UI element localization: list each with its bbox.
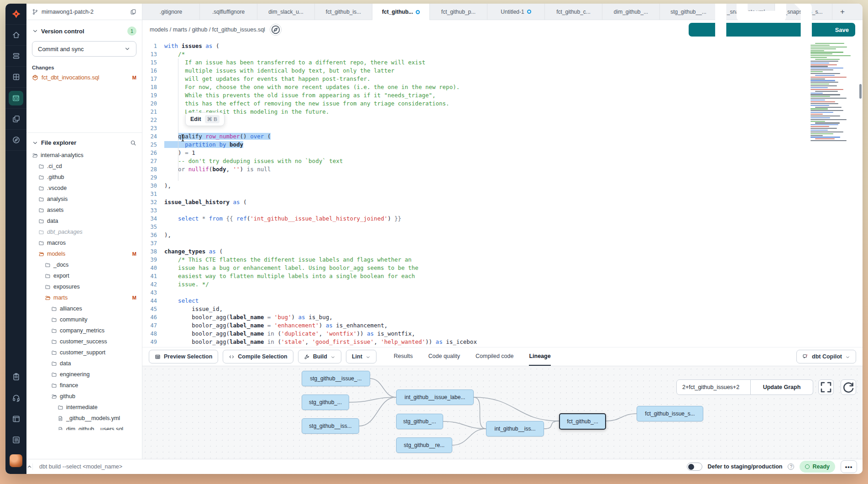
dbt-logo-icon[interactable]: [5, 4, 26, 25]
code-line-42[interactable]: 42 issue. */: [142, 280, 863, 289]
save-button[interactable]: Save: [689, 23, 855, 37]
tree-item-intermediate[interactable]: intermediate: [26, 402, 142, 413]
code-editor-icon[interactable]: [5, 88, 26, 109]
tree-item-dbt_packages[interactable]: dbt_packages: [26, 226, 142, 237]
expand-command-bar-button[interactable]: [26, 463, 33, 470]
code-line-25[interactable]: 25 partition by body: [142, 141, 863, 149]
code-line-13[interactable]: 13 /*: [142, 50, 863, 58]
build-button[interactable]: Build: [298, 350, 341, 363]
tree-item-finance[interactable]: finance: [26, 380, 142, 391]
code-line-45[interactable]: 45 issue_id,: [142, 305, 863, 313]
editor-scrollbar-thumb[interactable]: [859, 84, 862, 99]
lineage-node-stg_github_[interactable]: stg_github_...: [302, 395, 349, 410]
changed-file-row[interactable]: fct_dbt_invocations.sql M: [26, 73, 142, 82]
grid-icon[interactable]: [5, 67, 26, 88]
tree-item-company_metrics[interactable]: company_metrics: [26, 325, 142, 336]
tree-item-assets[interactable]: assets: [26, 205, 142, 216]
code-line-19[interactable]: 19 While this prevents the old issue fro…: [142, 91, 863, 100]
tree-item-engineering[interactable]: engineering: [26, 369, 142, 380]
code-line-48[interactable]: 48 boolor_agg(label_name in ('duplicate'…: [142, 330, 863, 338]
code-line-47[interactable]: 47 boolor_agg(label_name = 'enhancement'…: [142, 321, 863, 330]
code-line-39[interactable]: 39 /* This CTE flattens the different is…: [142, 256, 863, 264]
code-line-21[interactable]: 21 Let's revisit this modeling in the fu…: [142, 108, 863, 116]
code-line-34[interactable]: 34 select * from {{ ref('int_github__iss…: [142, 215, 863, 223]
code-line-41[interactable]: 41 easiest way to flatten multiple label…: [142, 272, 863, 280]
tree-item-export[interactable]: export: [26, 270, 142, 281]
home-icon[interactable]: [5, 25, 26, 46]
code-line-16[interactable]: 16 multiple issues with identical body t…: [142, 67, 863, 75]
tab-fct_github_c...[interactable]: fct_github_c...: [545, 4, 602, 20]
code-line-17[interactable]: 17 will get updates for events that happ…: [142, 75, 863, 83]
defer-toggle[interactable]: [687, 463, 702, 471]
update-graph-button[interactable]: Update Graph: [751, 379, 813, 395]
tab-dim_slack_u...[interactable]: dim_slack_u...: [257, 4, 315, 20]
dbt-command-input[interactable]: dbt build --select <model_name>: [39, 463, 122, 470]
tree-item-.vscode[interactable]: .vscode: [26, 183, 142, 194]
tab-fct_github_is...[interactable]: fct_github_is...: [315, 4, 372, 20]
lineage-node-int_github__issue_labe[interactable]: int_github__issue_labe...: [396, 389, 474, 405]
code-line-44[interactable]: 44 select: [142, 297, 863, 305]
tree-item-community[interactable]: community: [26, 314, 142, 325]
code-line-31[interactable]: 31: [142, 190, 863, 198]
clipboard-icon[interactable]: [5, 366, 26, 387]
tree-item-marts[interactable]: martsM: [26, 292, 142, 303]
dbt-copilot-button[interactable]: dbt Copilot: [796, 350, 856, 363]
code-line-18[interactable]: 18 For now, choose the one with more rec…: [142, 83, 863, 91]
tab-Untitled-1[interactable]: Untitled-1: [487, 4, 545, 20]
stack-icon[interactable]: [5, 46, 26, 67]
tab-fct_github...[interactable]: fct_github...: [372, 4, 430, 20]
tree-item-alliances[interactable]: alliances: [26, 303, 142, 314]
library-icon[interactable]: [5, 429, 26, 450]
tree-item-github[interactable]: github: [26, 391, 142, 402]
lint-button[interactable]: Lint: [346, 350, 376, 363]
version-control-header[interactable]: Version control 1: [26, 20, 142, 39]
refresh-graph-button[interactable]: [841, 379, 856, 395]
tree-item-macros[interactable]: macros: [26, 237, 142, 248]
layout-icon[interactable]: [5, 408, 26, 429]
tree-item-analysis[interactable]: analysis: [26, 194, 142, 205]
fullscreen-button[interactable]: [818, 379, 834, 395]
minimap[interactable]: [810, 43, 856, 142]
headset-icon[interactable]: [5, 387, 26, 408]
tree-item-.github[interactable]: .github: [26, 172, 142, 183]
lineage-filter-input[interactable]: 2+fct_github_issues+2: [676, 379, 751, 395]
panel-tab-compiled-code[interactable]: Compiled code: [476, 347, 513, 366]
code-line-32[interactable]: 32issue_label_history as (: [142, 198, 863, 206]
help-icon[interactable]: ?: [788, 463, 794, 470]
lineage-node-stg_github__issue_[interactable]: stg_github__issue_...: [302, 371, 370, 386]
code-line-23[interactable]: 23: [142, 124, 863, 132]
code-line-26[interactable]: 26 ) = 1: [142, 149, 863, 157]
code-line-49[interactable]: 49 boolor_agg(label_name in ('stale', 'g…: [142, 338, 863, 346]
more-options-button[interactable]: •••: [841, 460, 857, 473]
code-line-37[interactable]: 37: [142, 239, 863, 247]
code-line-38[interactable]: 38change_types as (: [142, 247, 863, 256]
edit-tooltip[interactable]: Edit ⌘ B: [185, 112, 225, 126]
tree-item-customer_support[interactable]: customer_support: [26, 347, 142, 358]
lineage-node-fct_github_[interactable]: fct_github_...: [559, 413, 606, 430]
code-line-22[interactable]: 22: [142, 116, 863, 124]
lineage-node-stg_github_[interactable]: stg_github_...: [396, 414, 443, 429]
tab-.gitignore[interactable]: .gitignore: [142, 4, 200, 20]
code-line-43[interactable]: 43: [142, 289, 863, 297]
code-line-1[interactable]: 1with issues as (: [142, 42, 863, 50]
tree-item-.ci_cd[interactable]: .ci_cd: [26, 161, 142, 172]
commit-and-sync-dropdown[interactable]: Commit and sync: [32, 41, 136, 57]
user-avatar[interactable]: [5, 450, 26, 471]
compass-icon[interactable]: [5, 130, 26, 151]
code-line-35[interactable]: 35: [142, 223, 863, 231]
preview-selection-button[interactable]: Preview Selection: [149, 350, 218, 363]
code-line-28[interactable]: 28 or nullif(body, '') is null: [142, 165, 863, 174]
code-line-20[interactable]: 20 this has the effect of removing the n…: [142, 100, 863, 108]
copy-windows-icon[interactable]: [5, 109, 26, 130]
tree-item-customer_success[interactable]: customer_success: [26, 336, 142, 347]
tab-.sqlfluffignore[interactable]: .sqlfluffignore: [200, 4, 257, 20]
code-line-15[interactable]: 15 If an issue has been transferred to a…: [142, 58, 863, 67]
code-line-29[interactable]: 29: [142, 174, 863, 182]
compile-selection-button[interactable]: Compile Selection: [223, 350, 293, 363]
code-line-30[interactable]: 30),: [142, 182, 863, 190]
code-editor-active-icon[interactable]: [9, 91, 23, 105]
tab-fct_github_p...[interactable]: fct_github_p...: [430, 4, 487, 20]
tree-item-_github__models.yml[interactable]: _github__models.yml: [26, 413, 142, 424]
tab-dim_github_...[interactable]: dim_github_...: [602, 4, 660, 20]
tree-item-data[interactable]: data: [26, 216, 142, 226]
